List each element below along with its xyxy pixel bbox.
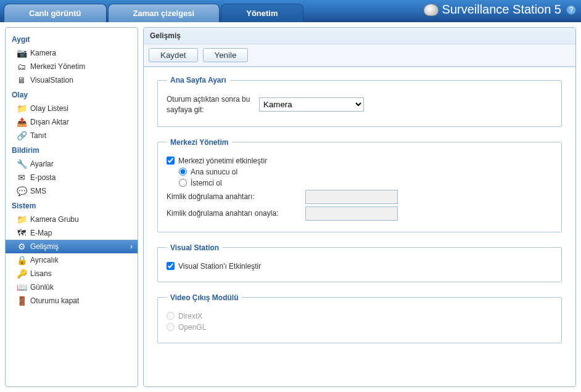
auth-key-label: Kimlik doğrulama anahtarı: [167,192,299,201]
visualstation-enable-checkbox[interactable] [167,262,175,270]
sidebar-item-icon: 🖥 [17,75,27,85]
sidebar-item-icon: 🗺 [17,228,27,238]
auth-key-confirm-input[interactable] [305,206,398,221]
sidebar-item-label: VisualStation [30,76,73,84]
sidebar-item-label: E-Map [30,229,52,237]
cms-host-label: Ana sunucu ol [191,168,237,176]
sidebar-item-lisans[interactable]: 🔑Lisans› [6,267,138,280]
save-button[interactable]: Kaydet [149,48,198,62]
sidebar-item-geli-mi-[interactable]: ⚙Gelişmiş› [6,240,138,253]
visualstation-legend: Visual Station [167,243,223,252]
sidebar-group-title: Aygıt [6,31,138,46]
homepage-label: Oturum açtıktan sonra bu sayfaya git: [167,94,259,115]
sidebar-item-label: Kamera Grubu [30,215,79,224]
sidebar-item-label: Gelişmiş [30,242,59,251]
sidebar-item-kamera-grubu[interactable]: 📁Kamera Grubu› [6,213,138,226]
cms-enable-label: Merkezi yönetimi etkinleştir [178,157,267,165]
help-icon[interactable]: ? [566,5,576,15]
sidebar-item-label: Tanıt [30,131,46,140]
sidebar-item-label: Dışarı Aktar [30,118,69,126]
app-title: Surveillance Station 5 [442,2,561,17]
video-output-fieldset: Video Çıkış Modülü DirextX OpenGL [157,293,562,343]
sidebar-item-icon: 💬 [17,186,27,196]
sidebar-item-label: Ayarlar [30,160,54,168]
sidebar: Aygıt📷Kamera›🗂Merkezi Yönetim›🖥VisualSta… [5,27,138,387]
content-title: Gelişmiş [144,28,575,44]
sidebar-item-olay-listesi[interactable]: 📁Olay Listesi› [6,102,138,115]
auth-key-confirm-label: Kimlik doğrulama anahtarı onayla: [167,209,299,218]
sidebar-item-icon: 📤 [17,117,27,127]
sidebar-item-label: SMS [30,187,46,195]
sidebar-item-e-map[interactable]: 🗺E-Map› [6,226,138,240]
sidebar-item-tan-t[interactable]: 🔗Tanıt› [6,129,138,142]
sidebar-item-sms[interactable]: 💬SMS› [6,184,138,198]
tab-management[interactable]: Yönetim [221,4,303,22]
sidebar-item-label: Merkezi Yönetim [30,62,85,71]
sidebar-item-visualstation[interactable]: 🖥VisualStation› [6,73,138,87]
sidebar-item-label: E-posta [30,173,56,182]
cms-legend: Merkezi Yönetim [167,138,232,147]
sidebar-item-label: Oturumu kapat [30,296,79,305]
sidebar-item-oturumu-kapat[interactable]: 🚪Oturumu kapat› [6,294,138,308]
homepage-select[interactable]: Kamera [259,97,364,112]
cms-client-radio[interactable] [179,179,187,187]
cms-fieldset: Merkezi Yönetim Merkezi yönetimi etkinle… [157,138,562,232]
sidebar-item-icon: 🔗 [17,131,27,141]
sidebar-item-label: Ayrıcalık [30,256,59,264]
sidebar-item-icon: 📷 [17,48,27,58]
visualstation-fieldset: Visual Station Visual Station'ı Etkinleş… [157,243,562,282]
sidebar-item-icon: ✉ [17,173,27,182]
app-brand: Surveillance Station 5 ? [424,2,576,17]
cms-enable-checkbox[interactable] [167,157,175,165]
chevron-right-icon: › [130,242,133,251]
homepage-legend: Ana Sayfa Ayarı [167,76,230,84]
sidebar-item-icon: 🔒 [17,255,27,265]
sidebar-item-icon: 📁 [17,104,27,113]
sidebar-item-icon: 🔑 [17,269,27,279]
video-opengl-radio [167,323,175,331]
tab-live-view[interactable]: Canlı görüntü [4,4,107,22]
sidebar-group-title: Bildirim [6,142,138,157]
content-panel: Gelişmiş Kaydet Yenile Ana Sayfa Ayarı O… [143,27,576,387]
visualstation-enable-label: Visual Station'ı Etkinleştir [178,262,261,271]
sidebar-item-icon: 🗂 [17,62,27,71]
video-output-legend: Video Çıkış Modülü [167,293,242,302]
tab-timeline[interactable]: Zaman çizelgesi [108,4,220,22]
sidebar-item-icon: 📁 [17,214,27,224]
sidebar-item-g-nl-k[interactable]: 📖Günlük› [6,280,138,294]
sidebar-item-ayarlar[interactable]: 🔧Ayarlar› [6,157,138,171]
cms-host-radio[interactable] [179,168,187,176]
sidebar-item-icon: 🚪 [17,296,27,306]
sidebar-item-label: Günlük [30,283,54,292]
sidebar-item-icon: 📖 [17,282,27,292]
video-opengl-label: OpenGL [178,323,206,332]
sidebar-item-e-posta[interactable]: ✉E-posta› [6,171,138,184]
sidebar-item-merkezi-y-netim[interactable]: 🗂Merkezi Yönetim› [6,60,138,73]
sidebar-item-label: Olay Listesi [30,104,68,113]
auth-key-input[interactable] [305,190,398,204]
sidebar-item-icon: ⚙ [17,242,27,251]
sidebar-item-kamera[interactable]: 📷Kamera› [6,46,138,60]
video-directx-label: DirextX [178,312,202,321]
refresh-button[interactable]: Yenile [203,48,249,62]
homepage-fieldset: Ana Sayfa Ayarı Oturum açtıktan sonra bu… [157,76,562,127]
sidebar-item-label: Lisans [30,269,52,278]
sidebar-group-title: Sistem [6,198,138,213]
sidebar-group-title: Olay [6,87,138,102]
cms-client-label: İstemci ol [191,179,222,187]
camera-logo-icon [424,4,439,16]
sidebar-item-label: Kamera [30,49,56,57]
sidebar-item-d-ar-aktar[interactable]: 📤Dışarı Aktar› [6,115,138,129]
sidebar-item-ayr-cal-k[interactable]: 🔒Ayrıcalık› [6,253,138,267]
video-directx-radio [167,312,175,320]
sidebar-item-icon: 🔧 [17,159,27,169]
